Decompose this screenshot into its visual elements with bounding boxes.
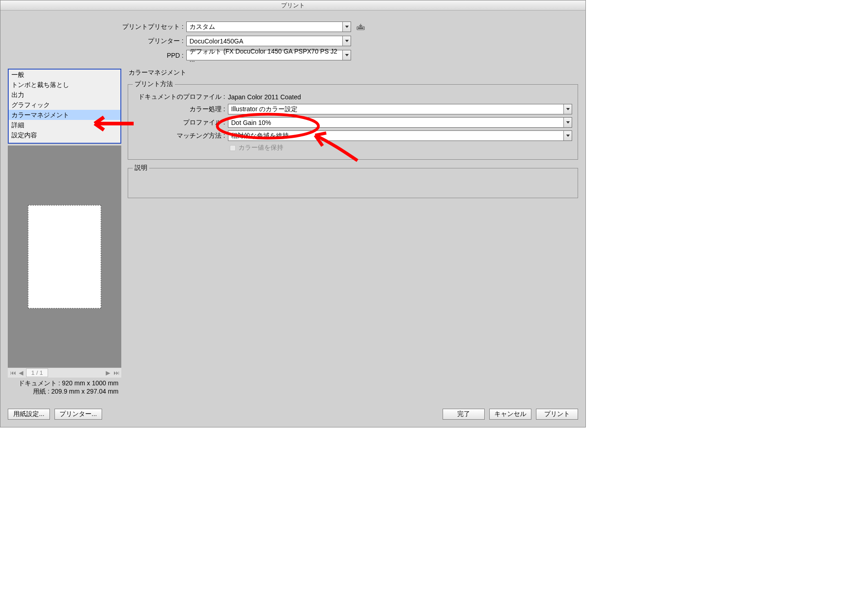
svg-marker-0 xyxy=(345,26,349,28)
top-select-area: プリントプリセット : カスタム プリンター : xyxy=(8,22,578,60)
chevron-down-icon xyxy=(563,131,572,140)
print-dialog-window: プリント プリントプリセット : カスタム xyxy=(0,0,586,427)
preview-nav: ⏮ ◀ ▶ ⏭ xyxy=(8,367,121,378)
paper-dimensions: 用紙 : 209.9 mm x 297.04 mm xyxy=(11,388,119,396)
profile-label: プロファイル : xyxy=(134,119,225,127)
preserve-color-row: カラー値を保持 xyxy=(230,144,572,152)
svg-rect-2 xyxy=(358,27,363,29)
page-indicator-input[interactable] xyxy=(26,368,48,377)
color-handling-row: カラー処理 : Illustrator のカラー設定 xyxy=(134,104,572,114)
doc-profile-label: ドキュメントのプロファイル : xyxy=(134,93,225,101)
intent-dropdown[interactable]: 相対的な色域を維持 xyxy=(228,130,572,141)
document-info: ドキュメント : 920 mm x 1000 mm 用紙 : 209.9 mm … xyxy=(8,378,121,400)
intent-row: マッチング方法 : 相対的な色域を維持 xyxy=(134,130,572,141)
color-handling-dropdown[interactable]: Illustrator のカラー設定 xyxy=(228,104,572,114)
chevron-down-icon xyxy=(342,22,351,32)
category-item[interactable]: 詳細 xyxy=(9,120,120,130)
main-columns: 一般トンボと裁ち落とし出力グラフィックカラーマネジメント詳細設定内容 ⏮ ◀ ▶… xyxy=(8,69,578,400)
nav-next-icon[interactable]: ▶ xyxy=(105,369,111,376)
chevron-down-icon xyxy=(342,36,351,46)
preset-label: プリントプリセット : xyxy=(8,23,184,31)
profile-dropdown[interactable]: Dot Gain 10% xyxy=(228,117,572,128)
ppd-label: PPD : xyxy=(8,52,184,59)
nav-last-icon[interactable]: ⏭ xyxy=(113,369,119,376)
preserve-color-label: カラー値を保持 xyxy=(238,144,283,152)
category-item[interactable]: 出力 xyxy=(9,90,120,100)
printer-dropdown[interactable]: DocuColor1450GA xyxy=(186,36,351,46)
category-item[interactable]: 一般 xyxy=(9,70,120,80)
dialog-body: プリントプリセット : カスタム プリンター : xyxy=(0,11,585,427)
ppd-value: デフォルト (FX DocuColor 1450 GA PSPX70 PS J2… xyxy=(189,48,342,63)
printer-value: DocuColor1450GA xyxy=(189,38,243,45)
print-method-fieldset: プリント方法 ドキュメントのプロファイル : Japan Color 2011 … xyxy=(128,84,578,160)
category-item[interactable]: カラーマネジメント xyxy=(9,110,120,120)
intent-label: マッチング方法 : xyxy=(134,132,225,140)
svg-marker-6 xyxy=(566,121,570,124)
doc-profile-row: ドキュメントのプロファイル : Japan Color 2011 Coated xyxy=(134,93,572,101)
category-item[interactable]: 設定内容 xyxy=(9,130,120,140)
save-preset-icon[interactable] xyxy=(356,23,366,31)
right-button-group: 完了 キャンセル プリント xyxy=(443,409,578,420)
preset-row: プリントプリセット : カスタム xyxy=(8,22,578,32)
window-title: プリント xyxy=(0,0,585,11)
category-item[interactable]: トンボと裁ち落とし xyxy=(9,80,120,90)
description-legend: 説明 xyxy=(133,164,149,172)
preview-page-wrap xyxy=(8,146,121,367)
nav-prev-icon[interactable]: ◀ xyxy=(18,369,24,376)
cancel-button[interactable]: キャンセル xyxy=(489,409,531,420)
done-button[interactable]: 完了 xyxy=(443,409,485,420)
doc-dimensions: ドキュメント : 920 mm x 1000 mm xyxy=(11,379,119,388)
section-heading: カラーマネジメント xyxy=(129,69,578,77)
nav-first-icon[interactable]: ⏮ xyxy=(10,369,16,376)
description-fieldset: 説明 xyxy=(128,168,578,198)
ppd-dropdown[interactable]: デフォルト (FX DocuColor 1450 GA PSPX70 PS J2… xyxy=(186,50,351,60)
preview-page xyxy=(28,205,101,308)
svg-marker-4 xyxy=(345,54,349,56)
category-item[interactable]: グラフィック xyxy=(9,100,120,110)
page-setup-button[interactable]: 用紙設定... xyxy=(8,409,50,420)
chevron-down-icon xyxy=(563,104,572,114)
printer-row: プリンター : DocuColor1450GA xyxy=(8,36,578,46)
print-method-legend: プリント方法 xyxy=(133,80,175,88)
left-button-group: 用紙設定... プリンター... xyxy=(8,409,102,420)
doc-profile-value: Japan Color 2011 Coated xyxy=(228,93,301,101)
preview-pane: ⏮ ◀ ▶ ⏭ ドキュメント : 920 mm x 1000 mm 用紙 : 2… xyxy=(8,146,121,400)
chevron-down-icon xyxy=(342,50,351,60)
intent-value: 相対的な色域を維持 xyxy=(231,132,289,140)
ppd-row: PPD : デフォルト (FX DocuColor 1450 GA PSPX70… xyxy=(8,50,578,60)
printer-label: プリンター : xyxy=(8,37,184,45)
chevron-down-icon xyxy=(563,118,572,127)
svg-marker-3 xyxy=(345,40,349,42)
printer-settings-button[interactable]: プリンター... xyxy=(54,409,102,420)
right-column: カラーマネジメント プリント方法 ドキュメントのプロファイル : Japan C… xyxy=(128,69,578,400)
color-handling-label: カラー処理 : xyxy=(134,105,225,113)
preset-dropdown[interactable]: カスタム xyxy=(186,22,351,32)
svg-marker-5 xyxy=(566,108,570,110)
preserve-color-checkbox xyxy=(230,145,236,151)
print-button[interactable]: プリント xyxy=(536,409,578,420)
category-list[interactable]: 一般トンボと裁ち落とし出力グラフィックカラーマネジメント詳細設定内容 xyxy=(8,69,121,144)
button-bar: 用紙設定... プリンター... 完了 キャンセル プリント xyxy=(8,409,578,420)
left-column: 一般トンボと裁ち落とし出力グラフィックカラーマネジメント詳細設定内容 ⏮ ◀ ▶… xyxy=(8,69,121,400)
preset-value: カスタム xyxy=(189,23,215,31)
profile-row: プロファイル : Dot Gain 10% xyxy=(134,117,572,128)
profile-value: Dot Gain 10% xyxy=(231,119,271,126)
svg-marker-7 xyxy=(566,135,570,137)
color-handling-value: Illustrator のカラー設定 xyxy=(231,105,298,113)
